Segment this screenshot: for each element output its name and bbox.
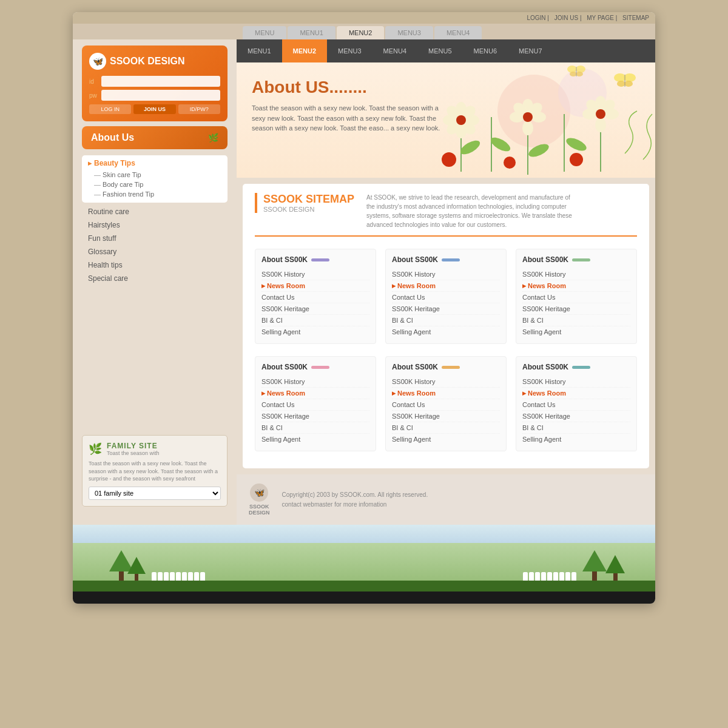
- flowers-svg: [352, 62, 655, 178]
- tab-menu2[interactable]: MENU2: [337, 26, 385, 39]
- login-button[interactable]: LOG IN: [89, 104, 131, 114]
- sitemap-header: SSOOK SITEMAP SSOOK DESIGN At SSOOK, we …: [255, 193, 637, 237]
- sitemap-item-4-2[interactable]: Contact Us: [261, 399, 369, 411]
- skin-care-item[interactable]: Skin care Tip: [94, 170, 221, 180]
- sitemap-item-5-5[interactable]: Selling Agent: [392, 434, 500, 445]
- browser-window: LOGIN | JOIN US | MY PAGE | SITEMAP MENU…: [73, 12, 655, 604]
- family-site-box: 🌿 FAMILY SITE Toast the season with Toas…: [82, 435, 228, 507]
- tree-2: [127, 557, 146, 582]
- sitemap-item-4-4[interactable]: BI & CI: [261, 422, 369, 434]
- sitemap-item-1-5[interactable]: Selling Agent: [261, 326, 369, 337]
- svg-point-7: [458, 138, 482, 157]
- sitemap-item-1-4[interactable]: BI & CI: [261, 315, 369, 326]
- sitemap-item-6-1[interactable]: News Room: [522, 388, 630, 399]
- sitemap-item-6-3[interactable]: SS00K Heritage: [522, 411, 630, 422]
- pw-label: pw: [89, 92, 101, 99]
- logo-box: 🦋 SSOOK DESIGN id pw LOG IN JOIN US ID/: [82, 46, 228, 121]
- footer: 🦋 SSOOK DESIGN Copyright(c) 2003 by SSOO…: [237, 474, 655, 525]
- body-care-item[interactable]: Body care Tip: [94, 180, 221, 189]
- join-button[interactable]: JOIN US: [133, 104, 175, 114]
- sitemap-item-3-3[interactable]: SS00K Heritage: [522, 303, 630, 315]
- hairstyles-item[interactable]: Hairstyles: [82, 218, 228, 232]
- svg-point-8: [488, 135, 512, 154]
- tab-menu[interactable]: MENU: [243, 26, 286, 39]
- svg-point-27: [523, 112, 533, 122]
- sitemap-item-5-1[interactable]: News Room: [392, 388, 500, 399]
- sitemap-item-1-2[interactable]: Contact Us: [261, 292, 369, 303]
- sitemap-col-1: About SS00K SS00K HistoryNews RoomContac…: [255, 249, 376, 344]
- family-site-select[interactable]: 01 family site 02 family site 03 family …: [89, 487, 221, 500]
- pw-input[interactable]: [101, 90, 220, 101]
- col-header-text-6: About SS00K: [522, 363, 568, 371]
- fashion-trend-item[interactable]: Fashion trend Tip: [94, 189, 221, 199]
- sitemap-item-4-0[interactable]: SS00K History: [261, 376, 369, 388]
- svg-point-46: [576, 72, 583, 76]
- col-bar-3: [572, 258, 590, 261]
- sitemap-item-4-1[interactable]: News Room: [261, 388, 369, 399]
- sitemap-item-3-1[interactable]: News Room: [522, 280, 630, 292]
- nav-menu4[interactable]: MENU4: [372, 39, 418, 62]
- family-site-title: FAMILY SITE: [107, 442, 160, 450]
- svg-point-40: [617, 81, 625, 87]
- fence-left: [152, 572, 205, 581]
- nav-menu1[interactable]: MENU1: [237, 39, 282, 62]
- sitemap-item-3-2[interactable]: Contact Us: [522, 292, 630, 303]
- sitemap-item-5-0[interactable]: SS00K History: [392, 376, 500, 388]
- join-link[interactable]: JOIN US: [554, 15, 578, 21]
- tab-menu1[interactable]: MENU1: [288, 26, 335, 39]
- sitemap-item-2-1[interactable]: News Room: [392, 280, 500, 292]
- sitemap-link[interactable]: SITEMAP: [622, 15, 649, 21]
- svg-point-22: [522, 121, 533, 135]
- sitemap-item-5-4[interactable]: BI & CI: [392, 422, 500, 434]
- sitemap-item-5-3[interactable]: SS00K Heritage: [392, 411, 500, 422]
- beauty-tips-title[interactable]: Beauty Tips: [88, 159, 221, 167]
- svg-point-20: [456, 115, 466, 125]
- footer-butterfly-icon: 🦋: [250, 484, 268, 502]
- hero-flowers: [352, 62, 655, 178]
- sitemap-item-2-0[interactable]: SS00K History: [392, 269, 500, 280]
- sitemap-item-3-0[interactable]: SS00K History: [522, 269, 630, 280]
- sitemap-col-header-2: About SS00K: [392, 255, 500, 264]
- idpw-button[interactable]: ID/PW?: [178, 104, 220, 114]
- tab-menu3[interactable]: MENU3: [385, 26, 433, 39]
- sitemap-item-1-1[interactable]: News Room: [261, 280, 369, 292]
- sitemap-item-2-3[interactable]: SS00K Heritage: [392, 303, 500, 315]
- sitemap-item-2-2[interactable]: Contact Us: [392, 292, 500, 303]
- sitemap-item-3-5[interactable]: Selling Agent: [522, 326, 630, 337]
- svg-point-39: [624, 73, 636, 82]
- sitemap-item-3-4[interactable]: BI & CI: [522, 315, 630, 326]
- sitemap-item-2-4[interactable]: BI & CI: [392, 315, 500, 326]
- sitemap-item-4-3[interactable]: SS00K Heritage: [261, 411, 369, 422]
- sitemap-item-1-0[interactable]: SS00K History: [261, 269, 369, 280]
- about-us-button[interactable]: About Us: [82, 126, 228, 149]
- nav-menu5[interactable]: MENU5: [417, 39, 463, 62]
- sitemap-item-6-2[interactable]: Contact Us: [522, 399, 630, 411]
- glossary-item[interactable]: Glossary: [82, 245, 228, 258]
- nav-menu3[interactable]: MENU3: [327, 39, 372, 62]
- sitemap-item-6-4[interactable]: BI & CI: [522, 422, 630, 434]
- routine-care-item[interactable]: Routine care: [82, 205, 228, 218]
- nav-menu6[interactable]: MENU6: [463, 39, 508, 62]
- mypage-link[interactable]: MY PAGE: [587, 15, 614, 21]
- logo-title: 🦋 SSOOK DESIGN: [89, 53, 220, 70]
- nav-menu7[interactable]: MENU7: [508, 39, 553, 62]
- content-area: MENU1 MENU2 MENU3 MENU4 MENU5 MENU6 MENU…: [237, 39, 655, 525]
- tab-menu4[interactable]: MENU4: [434, 26, 482, 39]
- svg-point-29: [595, 118, 606, 132]
- login-link[interactable]: LOGIN: [527, 15, 545, 21]
- sitemap-item-4-5[interactable]: Selling Agent: [261, 434, 369, 445]
- special-care-item[interactable]: Special care: [82, 272, 228, 285]
- health-tips-item[interactable]: Health tips: [82, 258, 228, 272]
- fun-stuff-item[interactable]: Fun stuff: [82, 232, 228, 245]
- sitemap-item-6-0[interactable]: SS00K History: [522, 376, 630, 388]
- sitemap-item-6-5[interactable]: Selling Agent: [522, 434, 630, 445]
- id-input[interactable]: [101, 76, 220, 87]
- sitemap-item-2-5[interactable]: Selling Agent: [392, 326, 500, 337]
- nav-menu2[interactable]: MENU2: [282, 39, 328, 62]
- sitemap-section: SSOOK SITEMAP SSOOK DESIGN At SSOOK, we …: [243, 184, 649, 468]
- sitemap-item-5-2[interactable]: Contact Us: [392, 399, 500, 411]
- svg-point-43: [567, 66, 577, 73]
- sidebar-nav: Beauty Tips Skin care Tip Body care Tip …: [82, 155, 228, 285]
- sitemap-item-1-3[interactable]: SS00K Heritage: [261, 303, 369, 315]
- tree-4: [605, 555, 625, 582]
